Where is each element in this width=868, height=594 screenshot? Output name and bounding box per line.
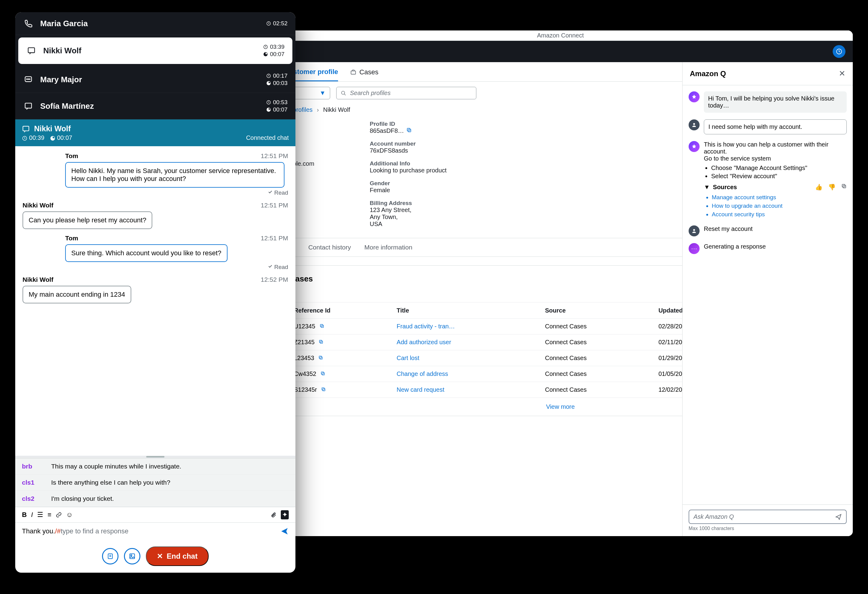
thumbs-down-icon[interactable]: 👎 [828, 183, 836, 191]
copy-icon[interactable] [319, 339, 323, 344]
copy-icon[interactable] [321, 387, 326, 392]
copy-icon[interactable] [319, 324, 324, 328]
quick-response[interactable]: cls2I'm closing your ticket. [15, 491, 295, 507]
sources-toggle[interactable]: ▼Sources 👍 👎 [704, 183, 847, 191]
sender: Nikki Wolf [22, 276, 53, 283]
transcript-button[interactable] [102, 548, 118, 564]
placeholder: Search profiles [350, 90, 390, 96]
col-title[interactable]: Title [390, 303, 539, 319]
copy-icon[interactable] [406, 127, 412, 133]
field-value: 123 Any Street,Any Town,USA [370, 207, 449, 228]
chat-icon [23, 101, 34, 111]
subtab-contact-history[interactable]: Contact history [308, 238, 351, 257]
sender: Tom [65, 152, 78, 160]
steps-list: Choose "Manage Account Settings" Select … [704, 164, 847, 180]
copy-icon[interactable] [318, 355, 323, 360]
q-avatar-icon [689, 92, 700, 102]
panel-title: Amazon Q [690, 69, 726, 78]
contact-name: Sofía Martínez [40, 102, 260, 111]
close-icon[interactable]: ✕ [839, 69, 846, 78]
copy-icon[interactable] [320, 371, 325, 376]
bubble: Sure thing. Which account would you like… [65, 244, 227, 262]
source-link[interactable]: How to upgrade an account [712, 202, 847, 210]
contact-item[interactable]: Mary Major00:1700:03 [15, 66, 295, 93]
breadcrumb-current: Nikki Wolf [323, 106, 350, 113]
svg-rect-17 [322, 372, 324, 375]
timers: 00:1700:03 [266, 72, 288, 87]
hint: type to find a response [61, 527, 128, 535]
text: This may a couple minutes while I invest… [51, 463, 181, 470]
search-input[interactable]: Search profiles [336, 87, 476, 99]
contact-item[interactable]: Maria Garcia02:52 [15, 12, 295, 35]
send-button[interactable] [280, 527, 289, 535]
message: Nikki Wolf12:52 PMMy main account ending… [22, 276, 288, 303]
bullet-list-icon[interactable]: ☰ [37, 511, 43, 519]
user-avatar-icon [689, 225, 700, 236]
sparkle-icon[interactable]: ✦ [281, 510, 289, 519]
end-chat-button[interactable]: ✕End chat [146, 547, 208, 566]
case-link[interactable]: Change of address [397, 371, 448, 377]
send-icon[interactable] [835, 514, 842, 520]
thumbs-up-icon[interactable]: 👍 [815, 183, 822, 191]
svg-rect-37 [23, 126, 29, 131]
q-header-icon[interactable] [833, 45, 846, 58]
main-app-window: Amazon Connect Customer profile Cases Ap… [268, 31, 853, 536]
col-ref[interactable]: Reference Id [288, 303, 390, 319]
case-link[interactable]: Fraud activity - tran… [397, 323, 455, 330]
italic-button[interactable]: I [31, 511, 33, 519]
timestamp: 12:52 PM [261, 276, 288, 283]
source-link[interactable]: Manage account settings [712, 193, 847, 202]
bubble-text: I need some help with my account. [704, 120, 847, 134]
drag-handle[interactable] [146, 456, 164, 458]
col-source[interactable]: Source [539, 303, 652, 319]
number-list-icon[interactable]: ≡ [47, 511, 52, 519]
caret-down-icon: ▼ [704, 184, 710, 191]
contact-item[interactable]: Nikki Wolf03:3900:07 [18, 37, 292, 64]
image-button[interactable] [124, 548, 140, 564]
tab-cases[interactable]: Cases [350, 62, 378, 81]
contact-name: Nikki Wolf [43, 46, 257, 55]
quick-response[interactable]: brbThis may a couple minutes while I inv… [15, 458, 295, 474]
q-generating: ⋯ Generating a response [689, 243, 847, 254]
svg-rect-40 [130, 554, 134, 559]
code: brb [22, 463, 43, 470]
timestamp: 12:51 PM [261, 235, 288, 242]
case-link[interactable]: New card request [397, 386, 444, 393]
bold-button[interactable]: B [22, 511, 27, 519]
label: End chat [167, 552, 197, 560]
timers: 02:52 [266, 20, 288, 27]
field-label: Additional Info [370, 160, 449, 167]
q-avatar-icon [689, 141, 700, 152]
svg-rect-25 [842, 184, 845, 187]
svg-rect-5 [407, 128, 410, 131]
label: Sources [713, 184, 737, 191]
emoji-icon[interactable]: ☺ [66, 511, 73, 519]
text: Is there anything else I can help you wi… [51, 479, 170, 486]
quick-response[interactable]: cls1Is there anything else I can help yo… [15, 474, 295, 491]
subtab-more-info[interactable]: More information [364, 238, 412, 257]
ask-q-input[interactable]: Ask Amazon Q [689, 510, 847, 524]
copy-icon[interactable] [841, 183, 847, 191]
char-limit: Max 1000 characters [689, 526, 847, 531]
case-link[interactable]: Cart lost [397, 355, 419, 361]
sender: Tom [65, 235, 78, 242]
quick-responses: brbThis may a couple minutes while I inv… [15, 458, 295, 507]
compose-input[interactable]: Thank you. /# type to find a response [15, 523, 295, 540]
text: Thank you. [22, 527, 55, 535]
contact-item[interactable]: Sofía Martínez00:5300:07 [15, 93, 295, 120]
field-label: Profile ID [370, 121, 449, 127]
timestamp: 12:51 PM [261, 152, 288, 160]
link-icon[interactable] [56, 512, 62, 518]
svg-rect-2 [351, 71, 356, 74]
contact-name: Mary Major [40, 75, 260, 84]
svg-point-33 [30, 79, 30, 80]
source-link[interactable]: Account security tips [712, 210, 847, 219]
field-label: Gender [370, 180, 449, 187]
svg-rect-14 [320, 357, 323, 359]
svg-point-23 [693, 123, 695, 125]
phone-icon [23, 18, 34, 29]
case-link[interactable]: Add authorized user [397, 339, 451, 346]
attach-icon[interactable] [270, 512, 276, 518]
tab-label: Cases [359, 68, 378, 76]
user-avatar-icon [689, 120, 700, 130]
